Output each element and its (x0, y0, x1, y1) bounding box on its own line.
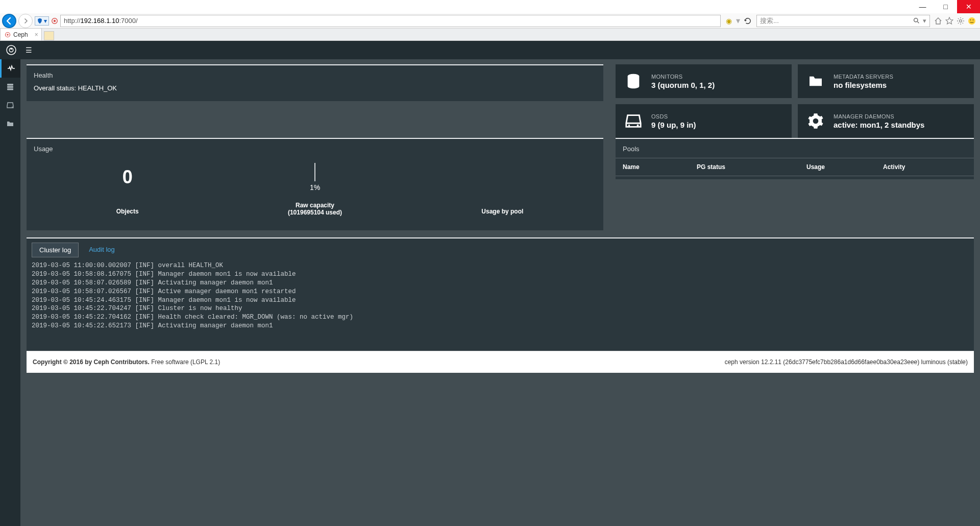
search-box[interactable]: 搜索... ▾ (756, 15, 930, 27)
settings-icon[interactable] (957, 17, 965, 25)
new-tab-button[interactable] (44, 31, 54, 40)
site-radar-icon (51, 17, 58, 25)
refresh-button[interactable] (744, 17, 751, 25)
compat-icon[interactable]: ◉ (726, 17, 732, 25)
smiley-icon[interactable] (968, 17, 976, 25)
favorites-icon[interactable] (945, 17, 953, 25)
arrow-left-icon (5, 17, 13, 25)
tab-ceph[interactable]: Ceph × (0, 28, 42, 40)
home-icon[interactable] (934, 17, 942, 25)
svg-point-4 (968, 17, 975, 25)
url-host: 192.168.1.10 (81, 17, 119, 25)
os-titlebar: — □ ✕ (0, 0, 980, 13)
search-placeholder: 搜索... (760, 16, 779, 26)
arrow-right-icon (22, 18, 29, 24)
security-badge[interactable]: ▾ (35, 16, 49, 26)
browser-toolbar: ▾ http://192.168.1.10:7000/ ◉ ▾ 搜索... ▾ (0, 13, 980, 29)
close-button[interactable]: ✕ (957, 0, 980, 13)
minimize-button[interactable]: — (911, 0, 934, 13)
shield-icon (37, 18, 43, 24)
svg-point-8 (7, 34, 8, 35)
svg-point-3 (960, 19, 962, 22)
svg-point-5 (970, 19, 971, 20)
svg-point-6 (973, 19, 974, 20)
tab-strip: Ceph × (0, 29, 980, 41)
tab-title: Ceph (13, 31, 28, 38)
svg-point-2 (914, 18, 918, 22)
ceph-favicon-icon (5, 32, 11, 38)
url-scheme: http:// (64, 17, 81, 25)
svg-point-1 (54, 19, 56, 21)
maximize-button[interactable]: □ (934, 0, 957, 13)
search-icon (913, 17, 920, 24)
tab-close-icon[interactable]: × (35, 31, 38, 38)
back-button[interactable] (2, 14, 16, 28)
address-bar[interactable]: http://192.168.1.10:7000/ (60, 15, 721, 27)
url-port: :7000/ (119, 17, 137, 25)
forward-button[interactable] (18, 14, 33, 28)
refresh-icon (744, 17, 751, 25)
